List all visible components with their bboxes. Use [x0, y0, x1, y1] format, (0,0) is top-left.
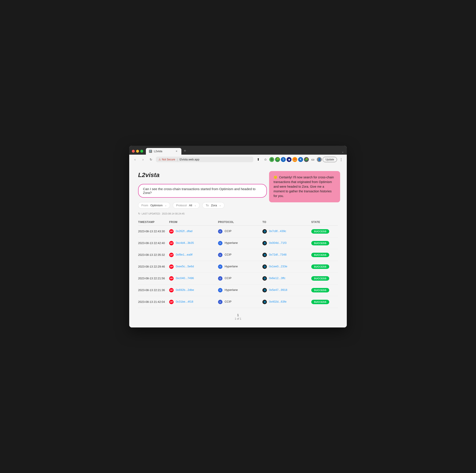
cell-timestamp: 2023-08-13 22:21:36: [138, 284, 169, 296]
table-row[interactable]: 2023-08-13 22:29:46 OP 0xee5c...5e6d H H…: [138, 261, 338, 272]
from-filter[interactable]: From Optimism ⌄: [138, 202, 170, 209]
cell-state: SUCCESS: [311, 249, 338, 261]
extension-blue-icon[interactable]: S: [281, 157, 286, 162]
warning-icon: ⚠: [158, 158, 161, 161]
ai-response-bubble: 🙂 Certainly! I'll now search for cross-c…: [269, 171, 340, 202]
to-address-link[interactable]: 0x402d...63fe: [269, 300, 287, 303]
share-button[interactable]: ⬆: [255, 156, 261, 163]
status-badge: SUCCESS: [311, 264, 329, 269]
page-content: L2vista 🙂 Certainly! I'll now search for…: [129, 164, 347, 327]
cell-to: 🌐 0x7c8f...439c: [262, 225, 311, 237]
col-to: TO: [262, 219, 311, 226]
protocol-filter-value: All: [189, 204, 192, 207]
cell-timestamp: 2023-08-13 21:42:04: [138, 296, 169, 308]
transactions-table: TIMESTAMP FROM PROTOCOL TO STATE 2023-08…: [138, 219, 338, 308]
cell-state: SUCCESS: [311, 296, 338, 308]
last-updated-label: LAST UPDATED:: [142, 212, 161, 215]
to-address-link[interactable]: 0x7c8f...439c: [269, 229, 286, 233]
extension-fox-icon[interactable]: 🦊: [292, 157, 297, 162]
protocol-icon: H: [218, 241, 222, 245]
to-address-link[interactable]: 0x1ee0...233e: [269, 265, 287, 268]
back-button[interactable]: ‹: [132, 156, 138, 163]
table-row[interactable]: 2023-08-13 22:21:36 OP 0x692b...2dbe H H…: [138, 284, 338, 296]
query-text: Can I see the cross-chain transactions s…: [143, 187, 255, 195]
address-bar[interactable]: ⚠ Not Secure | l2vista.web.app: [156, 157, 253, 162]
extension-k-icon[interactable]: K: [298, 157, 303, 162]
zora-chain-icon: 🌐: [262, 229, 267, 234]
active-tab[interactable]: 🔍 L2vista ✕: [146, 148, 181, 155]
protocol-icon: ◎: [218, 276, 222, 281]
menu-button[interactable]: ⋮: [338, 156, 344, 163]
protocol-name: CCIP: [225, 277, 232, 280]
zora-chain-icon: 🌐: [262, 253, 267, 257]
tab-close-button[interactable]: ✕: [175, 149, 178, 153]
ai-emoji: 🙂: [273, 176, 277, 179]
extension-dark-icon[interactable]: ◆: [287, 157, 291, 162]
cell-to: 🌐 0x6e12...3ffc: [262, 272, 311, 284]
tab-chevron-icon[interactable]: ⌄: [341, 150, 344, 153]
extension-green-icon[interactable]: 🧩: [275, 157, 280, 162]
from-address-link[interactable]: 0xc4d4...3b35: [176, 241, 194, 245]
to-address-link[interactable]: 0x004d...71f3: [269, 241, 287, 245]
protocol-name: CCIP: [225, 229, 232, 233]
table-row[interactable]: 2023-08-13 22:21:56 OP 0xc040...7496 ◎ C…: [138, 272, 338, 284]
cell-state: SUCCESS: [311, 237, 338, 249]
from-address-link[interactable]: 0xf8e1...ea9f: [176, 253, 192, 256]
address-url: l2vista.web.app: [179, 158, 199, 161]
op-chain-icon: OP: [169, 300, 174, 304]
to-address-link[interactable]: 0x72df...7348: [269, 253, 287, 256]
new-tab-button[interactable]: +: [182, 148, 188, 154]
protocol-name: Hyperlane: [225, 288, 238, 292]
cell-protocol: H Hyperlane: [218, 284, 262, 296]
status-badge: SUCCESS: [311, 241, 329, 245]
table-row[interactable]: 2023-08-13 22:43:30 OP 0x262f...dfad ◎ C…: [138, 225, 338, 237]
from-address-link[interactable]: 0x31be...4f18: [176, 300, 193, 303]
from-address-link[interactable]: 0xc040...7496: [176, 277, 194, 280]
to-address-link[interactable]: 0x5e47...9918: [269, 288, 287, 292]
current-page[interactable]: 1: [138, 313, 338, 317]
status-badge: SUCCESS: [311, 288, 329, 293]
cell-from: OP 0xee5c...5e6d: [169, 261, 218, 272]
status-badge: SUCCESS: [311, 276, 329, 281]
from-address-link[interactable]: 0xee5c...5e6d: [176, 265, 194, 268]
refresh-icon: ↻: [138, 212, 140, 215]
page-total: 1 of 1: [138, 317, 338, 320]
protocol-chevron-icon: ⌄: [194, 204, 196, 207]
protocol-icon: ◎: [218, 300, 222, 304]
minimize-button[interactable]: [136, 150, 139, 153]
to-filter[interactable]: To Zora ⌄: [202, 202, 224, 209]
from-address-link[interactable]: 0x262f...dfad: [176, 229, 192, 233]
table-row[interactable]: 2023-08-13 22:35:32 OP 0xf8e1...ea9f ◎ C…: [138, 249, 338, 261]
cell-timestamp: 2023-08-13 22:29:46: [138, 261, 169, 272]
from-filter-label: From: [141, 204, 148, 207]
cell-to: 🌐 0x5e47...9918: [262, 284, 311, 296]
tab-favicon: 🔍: [149, 150, 152, 153]
extension-puzzle-icon[interactable]: 🧩: [304, 157, 309, 162]
protocol-name: Hyperlane: [225, 241, 238, 245]
protocol-icon: H: [218, 264, 222, 269]
cell-state: SUCCESS: [311, 272, 338, 284]
bookmark-button[interactable]: ☆: [262, 156, 268, 163]
query-bar[interactable]: Can I see the cross-chain transactions s…: [138, 184, 267, 198]
cell-from: OP 0x262f...dfad: [169, 225, 218, 237]
close-button[interactable]: [132, 150, 135, 153]
to-address-link[interactable]: 0x6e12...3ffc: [269, 277, 286, 280]
table-row[interactable]: 2023-08-13 21:42:04 OP 0x31be...4f18 ◎ C…: [138, 296, 338, 308]
sidebar-button[interactable]: ▭: [310, 156, 316, 163]
op-chain-icon: OP: [169, 264, 174, 269]
update-button[interactable]: Update: [323, 157, 337, 162]
table-row[interactable]: 2023-08-13 22:42:40 OP 0xc4d4...3b35 H H…: [138, 237, 338, 249]
reload-button[interactable]: ↻: [148, 156, 154, 163]
profile-icon[interactable]: 👤: [317, 157, 322, 162]
forward-button[interactable]: ›: [140, 156, 146, 163]
extension-g-icon[interactable]: G: [269, 157, 274, 162]
browser-toolbar: ‹ › ↻ ⚠ Not Secure | l2vista.web.app ⬆ ☆…: [129, 155, 347, 164]
protocol-filter[interactable]: Protocol All ⌄: [173, 202, 200, 209]
protocol-icon: ◎: [218, 253, 222, 257]
maximize-button[interactable]: [140, 150, 143, 153]
cell-protocol: ◎ CCIP: [218, 249, 262, 261]
protocol-icon: ◎: [218, 229, 222, 234]
col-timestamp: TIMESTAMP: [138, 219, 169, 226]
from-address-link[interactable]: 0x692b...2dbe: [176, 288, 194, 292]
cell-to: 🌐 0x004d...71f3: [262, 237, 311, 249]
